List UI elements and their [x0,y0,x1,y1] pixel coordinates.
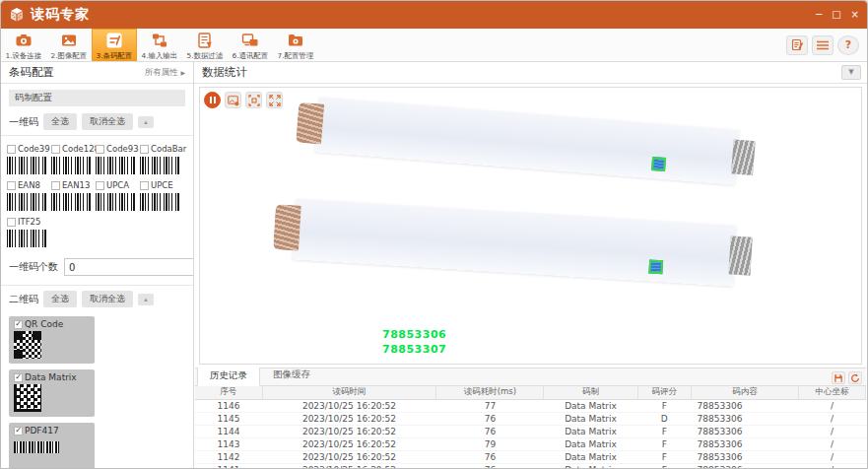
one-d-count-label: 一维码个数 [9,260,58,274]
upca-checkbox[interactable] [96,181,104,190]
close-button[interactable]: × [851,10,859,20]
list-icon [817,40,829,50]
col-grade: 码评分 [637,386,691,399]
upce-checkbox[interactable] [140,181,149,190]
chevron-right-icon: ▶ [180,69,185,76]
chevron-down-icon: ▼ [848,68,853,76]
minimize-button[interactable]: ─ [816,10,822,20]
title-bar: 读码专家 ─ □ × [1,1,867,29]
barcode-thumbnail [7,230,46,247]
pause-button[interactable] [204,92,221,108]
history-panel: 历史记录 图像缓存 [195,368,866,468]
tab-config-manage[interactable]: 7.配置管理 [273,29,318,61]
all-properties-link[interactable]: 所有属性 ▶ [145,62,185,83]
code-item-code39: Code39 [7,144,51,174]
code-item-code93: Code93 [96,144,140,174]
tab-label: 3.条码配置 [97,50,132,60]
two-d-label: 二维码 [9,293,38,306]
barcode-thumbnail [7,193,46,211]
data-filter-icon [196,32,214,49]
panel-collapse-button[interactable]: ▼ [841,65,861,80]
chevron-up-icon: ▲ [143,297,149,302]
detected-code-highlight [648,259,663,274]
help-icon: ? [845,38,851,51]
app-logo-icon [9,7,25,23]
ean13-checkbox[interactable] [51,181,60,190]
toolbar-right-buttons: ? [786,29,867,61]
maximize-button[interactable]: □ [832,10,840,20]
one-d-label: 一维码 [9,115,38,129]
one-d-collapse-button[interactable]: ▲ [138,116,154,128]
tab-barcode-config[interactable]: 3.条码配置 [92,29,137,61]
refresh-button[interactable] [848,371,862,384]
itf25-checkbox[interactable] [7,218,16,227]
barcode-thumbnail [7,157,46,174]
help-button[interactable]: ? [837,35,859,55]
code39-checkbox[interactable] [7,145,16,154]
tile-pdf417: PDF417 [9,423,95,468]
tab-input-output[interactable]: 4.输入输出 [137,29,182,61]
code-item-ean8: EAN8 [7,180,51,211]
barcode-edit-icon [105,32,123,49]
barcode-thumbnail [51,157,91,174]
right-panel-title: 数据统计 [202,65,247,79]
fullscreen-button[interactable] [266,92,283,108]
barcode-thumbnail [140,157,179,174]
data-matrix-thumbnail [14,384,41,412]
content-area: 条码配置 所有属性 ▶ 码制配置 一维码 全选 取消全选 ▲ Code39 [1,62,867,468]
pdf417-checkbox[interactable] [14,427,23,436]
save-button[interactable] [832,371,845,384]
tab-history-record[interactable]: 历史记录 [197,368,260,386]
image-viewer: 78853306 78853307 [199,87,862,365]
table-row: 11422023/10/25 16:20:5276Data MatrixF788… [195,450,866,463]
qr-code-thumbnail [14,331,41,359]
tab-data-filter[interactable]: 5.数据过滤 [182,29,228,61]
fit-region-button[interactable] [245,92,262,108]
barcode-config-panel: 条码配置 所有属性 ▶ 码制配置 一维码 全选 取消全选 ▲ Code39 [1,62,194,468]
tab-label: 4.输入输出 [142,50,177,60]
report-icon [791,38,804,51]
one-d-deselect-all-button[interactable]: 取消全选 [82,113,133,130]
table-row: 11452023/10/25 16:20:5276Data MatrixD788… [195,412,866,425]
code-item-upca: UPCA [96,180,140,211]
code93-checkbox[interactable] [96,145,104,154]
tab-device-connect[interactable]: 1.设备连接 [1,29,46,61]
report-button[interactable] [786,35,808,55]
qr-code-checkbox[interactable] [14,320,23,329]
detected-code-highlight [651,157,666,171]
one-d-select-all-button[interactable]: 全选 [43,113,77,130]
silver-foil-tab [728,236,752,276]
comm-config-icon [241,32,259,49]
copper-foil-tab [296,101,324,144]
toolbar-tabs: 1.设备连接 2.图像配置 3.条码配置 4.输入输出 [1,29,318,61]
list-button[interactable] [812,35,834,55]
codabar-checkbox[interactable] [140,145,149,154]
refresh-icon [850,373,860,383]
config-manage-icon [287,32,304,49]
chevron-up-icon: ▲ [143,119,149,125]
col-code-type: 码制 [544,386,637,399]
col-seq: 序号 [195,386,262,399]
ean8-checkbox[interactable] [7,181,16,190]
code-item-itf25: ITF25 [7,217,51,247]
save-icon [834,373,843,383]
tile-data-matrix: Data Matrix [9,369,95,417]
image-settings-button[interactable] [225,92,241,108]
tab-comm-config[interactable]: 6.通讯配置 [228,29,273,61]
one-d-group-row: 一维码 全选 取消全选 ▲ [1,110,193,136]
one-d-count-row: 一维码个数 ▲ ▼ [1,253,193,283]
code128-checkbox[interactable] [51,145,60,154]
two-d-deselect-all-button[interactable]: 取消全选 [82,291,133,307]
tab-image-cache[interactable]: 图像缓存 [260,368,323,385]
one-d-count-input[interactable] [65,262,194,273]
pause-icon [210,97,212,103]
data-matrix-checkbox[interactable] [14,373,23,382]
decode-result-text: 78853307 [382,342,446,357]
tab-image-config[interactable]: 2.图像配置 [46,29,92,61]
two-d-collapse-button[interactable]: ▲ [138,294,154,305]
history-header-row: 序号 读码时间 读码耗时(ms) 码制 码评分 码内容 中心坐标 [195,386,866,399]
code-item-code128: Code128 [51,144,96,174]
image-icon [60,32,78,49]
col-center-coord: 中心坐标 [798,386,865,399]
two-d-select-all-button[interactable]: 全选 [43,291,77,307]
